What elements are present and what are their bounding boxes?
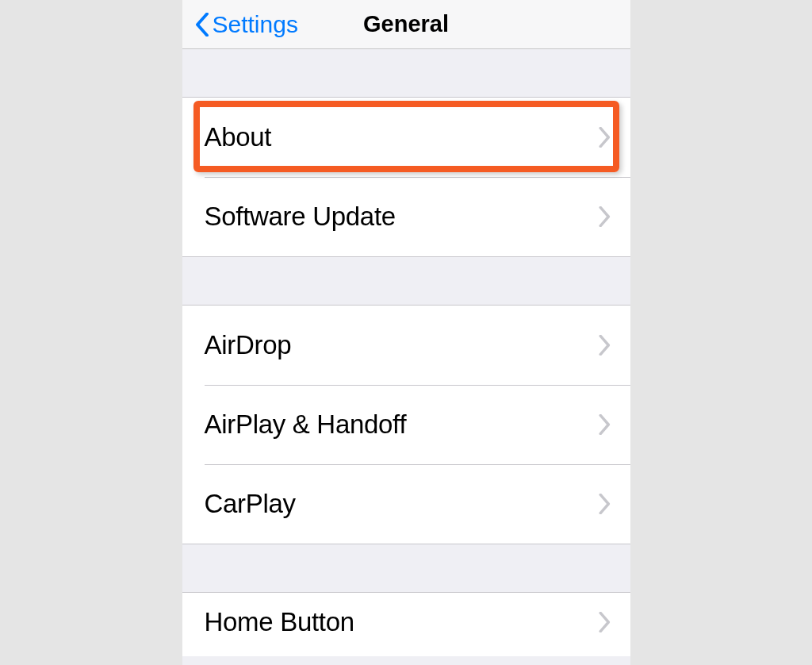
page-title: General	[363, 11, 449, 37]
back-label: Settings	[213, 11, 298, 38]
navigation-bar: Settings General	[182, 0, 630, 49]
row-label: About	[205, 122, 272, 152]
section-about: About Software Update	[182, 97, 630, 257]
back-button[interactable]: Settings	[192, 11, 298, 38]
row-airplay-handoff[interactable]: AirPlay & Handoff	[182, 385, 630, 464]
row-label: Software Update	[205, 202, 396, 232]
row-about[interactable]: About	[182, 98, 630, 177]
row-label: AirPlay & Handoff	[205, 409, 407, 440]
row-label: CarPlay	[205, 489, 296, 519]
chevron-right-icon	[599, 414, 611, 435]
chevron-right-icon	[599, 494, 611, 514]
row-airdrop[interactable]: AirDrop	[182, 306, 630, 385]
chevron-right-icon	[599, 206, 611, 227]
chevron-left-icon	[195, 13, 209, 37]
row-home-button[interactable]: Home Button	[182, 593, 630, 656]
section-connectivity: AirDrop AirPlay & Handoff CarPlay	[182, 305, 630, 544]
row-carplay[interactable]: CarPlay	[182, 464, 630, 544]
chevron-right-icon	[599, 127, 611, 148]
chevron-right-icon	[599, 335, 611, 356]
row-label: Home Button	[205, 607, 354, 637]
row-software-update[interactable]: Software Update	[182, 177, 630, 256]
chevron-right-icon	[599, 612, 611, 632]
section-home: Home Button	[182, 592, 630, 656]
row-label: AirDrop	[205, 330, 292, 360]
phone-screen: Settings General About Software Update A…	[182, 0, 630, 665]
content: About Software Update AirDrop AirPla	[182, 49, 630, 656]
